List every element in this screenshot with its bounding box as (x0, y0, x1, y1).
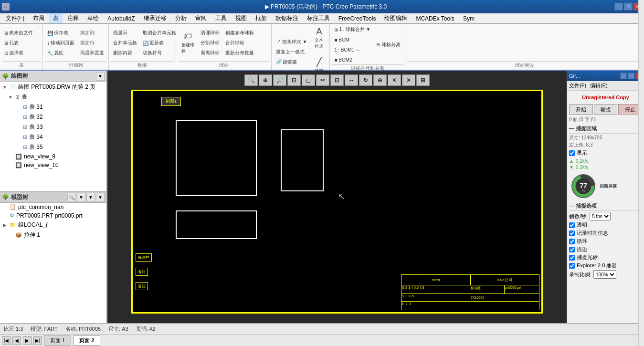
gif-menu-edit[interactable]: 编辑(E) (590, 82, 608, 89)
ratio-select[interactable]: 100% (593, 270, 616, 279)
rb-properties[interactable]: 🔧 属性 (45, 48, 77, 58)
tree-node-table31[interactable]: ⊞ 表 31 (0, 102, 106, 112)
rb-merge-cells[interactable]: 合并单元格 (111, 38, 139, 48)
menu-table[interactable]: 表 (49, 13, 63, 23)
rb-move-to-page[interactable]: ↕ 移动到页面 (45, 38, 77, 48)
explorer-compat-checkbox[interactable] (569, 263, 575, 269)
rb-balloon-separate[interactable]: ⊖ 球标分离 (374, 40, 403, 50)
rb-separate-balloon[interactable]: 离离球标 (198, 48, 222, 58)
rb-select-table[interactable]: ⊡ 选择表 (2, 48, 35, 58)
canvas-pan[interactable]: ⊡ (287, 74, 301, 86)
rb-balloon-bom2[interactable]: ■ BOM2 (332, 55, 373, 64)
drawing-tree-scrollbar[interactable] (638, 0, 644, 346)
canvas-delete[interactable]: ✕ (388, 74, 401, 86)
gif-menu-file[interactable]: 文件(F) (569, 82, 586, 89)
rb-arrow-style[interactable]: ↗ 箭头样式 ▼ (274, 37, 309, 47)
canvas-zoom-out[interactable]: 🔎 (273, 74, 286, 86)
menu-review[interactable]: 审阅 (191, 13, 211, 23)
tree-node-table-group[interactable]: ▼ ⊞ 表 (0, 92, 106, 102)
menu-annotation[interactable]: 注释 (63, 13, 83, 23)
model-tree-extrude1[interactable]: 📦 拉伸 1 (0, 230, 106, 240)
canvas-close[interactable]: ✕ (402, 74, 415, 86)
tree-node-view9[interactable]: 🔲 new_view_9 (0, 152, 106, 161)
rb-create-balloon[interactable]: 🏷 创建球标 (178, 30, 197, 56)
model-tree-divider[interactable]: 🌳 模型树 🔍 ▼ ▼ ▼ (0, 191, 106, 203)
page-tab-1[interactable]: 页面 1 (44, 336, 71, 346)
menu-layout[interactable]: 布局 (29, 13, 48, 23)
menu-balloon-dim[interactable]: 款锯标注 (272, 13, 302, 23)
gif-minimize[interactable]: ─ (620, 73, 627, 79)
canvas-trim[interactable]: ✂ (316, 74, 329, 86)
capture-cursor-checkbox[interactable] (569, 255, 575, 261)
tree-node-view10[interactable]: 🔲 new_view_10 (0, 161, 106, 169)
tree-node-table35[interactable]: ⊞ 表 35 (0, 142, 106, 152)
fps-select[interactable]: 5 fps (590, 212, 611, 220)
maximize-button[interactable]: □ (624, 3, 633, 10)
rb-split-balloon[interactable]: 分割球标 (198, 38, 222, 48)
menu-draw-edit[interactable]: 绘图编辑 (380, 13, 411, 23)
page-first-btn[interactable]: |◀ (2, 336, 11, 345)
transparent-checkbox[interactable] (569, 222, 575, 228)
rb-redistribute[interactable]: 重新分布数量 (223, 48, 256, 58)
menu-dim-tools[interactable]: 标注工具 (303, 13, 334, 23)
rb-add-col[interactable]: 添加列 (78, 28, 106, 38)
rb-balloon-bom1[interactable]: 1↑ BOM1 ← (332, 45, 373, 54)
model-tree-search[interactable]: 🔍 (67, 193, 76, 201)
menu-tools[interactable]: 工具 (211, 13, 231, 23)
drawing-tree-expand-btn[interactable]: ▼ (96, 72, 105, 81)
menu-freecreotools[interactable]: FreeCreoTools (335, 14, 380, 23)
gif-maximize[interactable]: □ (628, 73, 634, 79)
rb-save-table[interactable]: 💾 保存表 (45, 28, 77, 38)
page-next-btn[interactable]: ▶ (23, 336, 32, 345)
canvas-zoom-in[interactable]: 🔍 (244, 74, 258, 86)
canvas-cut[interactable]: ⊡ (330, 74, 344, 86)
rb-create-ref-balloon[interactable]: 创建参考球标 (223, 28, 256, 38)
display-checkbox[interactable] (569, 150, 575, 156)
menu-view[interactable]: 视图 (232, 13, 251, 23)
canvas-select-rect[interactable]: ◻ (302, 74, 315, 86)
gif-input-btn[interactable]: 输捉 (594, 104, 618, 115)
rb-text-style[interactable]: A 文本样式 (310, 25, 327, 52)
rb-delete-content[interactable]: 删除内容 (111, 48, 139, 58)
rb-hyperlink[interactable]: 🔗 超链接 (274, 57, 309, 67)
rb-line-display[interactable]: 线显示 (111, 28, 139, 38)
canvas-rotate[interactable]: ↻ (359, 74, 372, 86)
menu-sym[interactable]: Sym (459, 14, 478, 23)
rb-update-table[interactable]: 🔄 更新表 (140, 38, 174, 48)
rb-clean-balloon[interactable]: 清理球标 (198, 28, 222, 38)
menu-frame[interactable]: 框架 (252, 13, 271, 23)
border-checkbox[interactable] (569, 247, 575, 252)
rb-repeat-format[interactable]: 重复上一格式 (274, 47, 309, 57)
rb-merge-balloon[interactable]: 合并球标 (223, 38, 256, 48)
loop-checkbox[interactable] (569, 239, 575, 244)
menu-file[interactable]: 文件(F) (2, 13, 28, 23)
rb-height-width[interactable]: 高度和宽度 (78, 48, 106, 58)
rb-hole-table[interactable]: ⊞ 孔表 (2, 38, 35, 48)
canvas-stretch[interactable]: ⊕ (373, 74, 387, 86)
rb-table-from-file[interactable]: ⊞ 表来自文件 (2, 28, 35, 38)
tree-node-drawing[interactable]: ▼ 📄 绘图 PRT0005.DRW 的第 2 页 (0, 82, 106, 92)
rb-unmerge[interactable]: 取消合并单元格 (140, 28, 174, 38)
canvas-zoom-fit[interactable]: ⊕ (259, 74, 272, 86)
menu-mcadex[interactable]: MCADEx Tools (412, 14, 458, 23)
record-time-checkbox[interactable] (569, 231, 575, 236)
gif-start-btn[interactable]: 开始 (569, 104, 593, 115)
page-last-btn[interactable]: ▶| (33, 336, 42, 345)
model-tree-prt0005[interactable]: ⚙ PRT0005.PRT prt0005.prt (0, 211, 106, 220)
menu-analysis[interactable]: 分析 (171, 13, 190, 23)
page-prev-btn[interactable]: ◀ (12, 336, 21, 345)
rb-add-row[interactable]: 添加行 (78, 38, 106, 48)
tree-node-table33[interactable]: ⊞ 表 33 (0, 122, 106, 132)
menu-inherit[interactable]: 继承迁移 (140, 13, 170, 23)
menu-autobuildz[interactable]: AutobuildZ (104, 14, 138, 23)
rb-balloon-merge[interactable]: ⊕ 1↓ 球标合并 ▼ (332, 25, 373, 34)
menu-sketch[interactable]: 草绘 (84, 13, 103, 23)
tree-node-table34[interactable]: ⊞ 表 34 (0, 132, 106, 142)
model-tree-common[interactable]: 📋 ptc_common_nan (0, 203, 106, 211)
rb-toggle-symbol[interactable]: 切换符号 (140, 48, 174, 58)
tree-node-table32[interactable]: ⊞ 表 32 (0, 112, 106, 122)
model-tree-expand[interactable]: ▼ (96, 193, 105, 201)
minimize-button[interactable]: ─ (614, 3, 623, 10)
model-tree-settings[interactable]: ▼ (77, 193, 85, 201)
canvas-grid[interactable]: ⊞ (416, 74, 430, 86)
